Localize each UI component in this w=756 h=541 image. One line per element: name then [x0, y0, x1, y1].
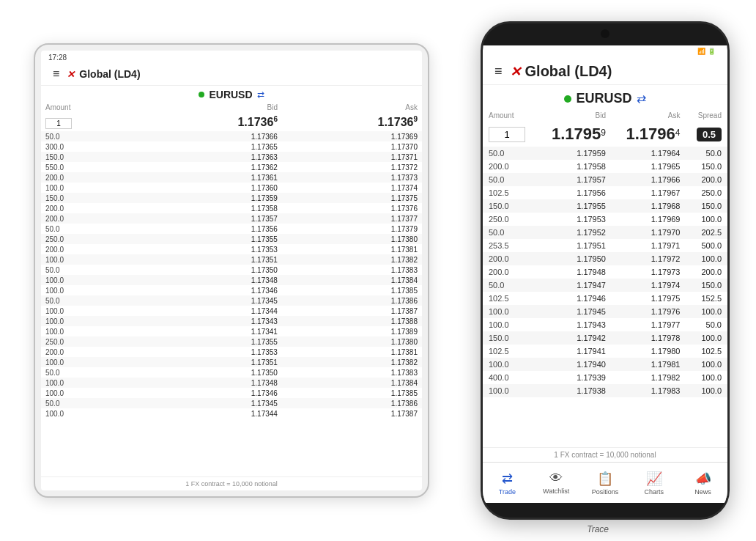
- phone-amount-input[interactable]: [489, 127, 525, 142]
- phone-nav-news[interactable]: 📣 News: [678, 463, 727, 503]
- tablet-cell-ask: 1.17384: [282, 378, 422, 388]
- phone-cell-amount: 50.0: [483, 173, 537, 186]
- phone-cell-ask: 1.17972: [612, 252, 686, 265]
- tablet-table-row: 50.0 1.17350 1.17383: [41, 367, 422, 378]
- phone-top-ask-sup: 4: [675, 128, 681, 138]
- tablet-cell-bid: 1.17344: [142, 306, 282, 316]
- tablet-cell-amount: 100.0: [41, 275, 142, 285]
- phone-instrument-row: EURUSD ⇄: [483, 85, 727, 109]
- tablet-cell-bid: 1.17362: [142, 162, 282, 172]
- phone-cell-amount: 150.0: [483, 331, 537, 345]
- tablet-table-header-row: Amount Bid Ask: [41, 102, 422, 113]
- trade-icon: ⇄: [502, 471, 513, 487]
- phone-cell-bid: 1.17946: [537, 292, 612, 305]
- phone-nav-bar: ⇄ Trade 👁 Watchlist 📋 Positions 📈 Charts…: [483, 462, 727, 503]
- tablet-table-row: 100.0 1.17346 1.17385: [41, 285, 422, 295]
- tablet-cell-amount: 550.0: [41, 162, 142, 172]
- tablet-top-ask-cell: 1.17369: [282, 113, 422, 131]
- tablet-table-row: 50.0 1.17350 1.17383: [41, 265, 422, 275]
- phone-cell-spread: 250.0: [686, 186, 727, 199]
- phone-cell-ask: 1.17978: [612, 331, 686, 345]
- tablet-cell-bid: 1.17351: [142, 357, 282, 367]
- tablet-cell-ask: 1.17385: [282, 388, 422, 398]
- phone-cell-bid: 1.17956: [537, 186, 612, 199]
- phone-cell-ask: 1.17976: [612, 305, 686, 318]
- phone-table-row: 100.0 1.17938 1.17983 100.0: [483, 384, 727, 397]
- tablet-cell-bid: 1.17355: [142, 336, 282, 347]
- phone-cell-bid: 1.17938: [537, 384, 612, 397]
- phone-cell-bid: 1.17948: [537, 265, 612, 279]
- phone-cell-amount: 250.0: [483, 213, 537, 226]
- phone-refresh-icon[interactable]: ⇄: [637, 92, 646, 106]
- tablet-amount-input[interactable]: [45, 118, 72, 129]
- phone-cell-amount: 200.0: [483, 160, 537, 173]
- phone-cell-amount: 150.0: [483, 199, 537, 213]
- tablet-status-bar: 17:28: [41, 51, 422, 65]
- phone-spread-badge: 0.5: [697, 128, 722, 141]
- tablet-data-table: Amount Bid Ask 1.17366: [41, 102, 422, 419]
- tablet-cell-bid: 1.17344: [142, 408, 282, 419]
- phone-cell-spread: 102.5: [686, 345, 727, 358]
- scene: 17:28 ≡ ✕ Global (LD4) EURUSD ⇄ Amount: [12, 14, 744, 527]
- tablet-table-row: 550.0 1.17362 1.17372: [41, 162, 422, 172]
- phone-table-row: 400.0 1.17939 1.17982 100.0: [483, 371, 727, 384]
- tablet-menu-icon[interactable]: ≡: [53, 67, 59, 81]
- tablet-table-row: 100.0 1.17360 1.17374: [41, 183, 422, 193]
- tablet-cell-bid: 1.17355: [142, 234, 282, 244]
- trace-label: Trace: [587, 524, 609, 534]
- tablet-table-row: 200.0 1.17358 1.17376: [41, 203, 422, 213]
- phone-cell-spread: 100.0: [686, 213, 727, 226]
- tablet-cell-ask: 1.17389: [282, 326, 422, 336]
- tablet-table-row: 250.0 1.17355 1.17380: [41, 234, 422, 244]
- tablet-cell-ask: 1.17379: [282, 224, 422, 234]
- phone-table-row: 50.0 1.17957 1.17966 200.0: [483, 173, 727, 186]
- tablet-cell-bid: 1.17350: [142, 265, 282, 275]
- tablet-refresh-icon[interactable]: ⇄: [257, 89, 264, 100]
- phone-cell-spread: 50.0: [686, 147, 727, 160]
- phone-cell-bid: 1.17940: [537, 358, 612, 371]
- phone-nav-watchlist[interactable]: 👁 Watchlist: [532, 463, 581, 503]
- tablet-cell-ask: 1.17372: [282, 162, 422, 172]
- phone-nav-charts[interactable]: 📈 Charts: [629, 463, 678, 503]
- tablet-cell-ask: 1.17373: [282, 172, 422, 183]
- phone-nav-positions[interactable]: 📋 Positions: [581, 463, 630, 503]
- phone-top-row: 1.17959 1.17964 0.5: [483, 122, 727, 147]
- phone-table-row: 50.0 1.17959 1.17964 50.0: [483, 147, 727, 160]
- phone-status-icons: 📶 🔋: [697, 48, 716, 55]
- tablet-table-row: 100.0 1.17346 1.17385: [41, 388, 422, 398]
- phone-cell-amount: 253.5: [483, 239, 537, 252]
- phone-cell-ask: 1.17977: [612, 318, 686, 331]
- tablet-cell-bid: 1.17357: [142, 213, 282, 224]
- tablet-cell-ask: 1.17376: [282, 203, 422, 213]
- tablet-cell-ask: 1.17387: [282, 306, 422, 316]
- phone-menu-icon[interactable]: ≡: [494, 64, 503, 79]
- phone-table-row: 150.0 1.17942 1.17978 100.0: [483, 331, 727, 345]
- phone-cell-ask: 1.17969: [612, 213, 686, 226]
- phone-cell-bid: 1.17950: [537, 252, 612, 265]
- phone-title-row: ✕ Global (LD4): [510, 63, 612, 80]
- tablet-table-row: 50.0 1.17345 1.17386: [41, 295, 422, 306]
- tablet-cell-amount: 50.0: [41, 224, 142, 234]
- tablet-cell-bid: 1.17348: [142, 378, 282, 388]
- tablet-title: Global (LD4): [79, 68, 140, 80]
- phone-cell-ask: 1.17983: [612, 384, 686, 397]
- x-logo-icon: ✕: [67, 69, 75, 80]
- tablet-table-row: 100.0 1.17344 1.17387: [41, 408, 422, 419]
- tablet-device: 17:28 ≡ ✕ Global (LD4) EURUSD ⇄ Amount: [34, 43, 429, 498]
- tablet-table-row: 300.0 1.17365 1.17370: [41, 141, 422, 152]
- phone-title: Global (LD4): [525, 63, 612, 80]
- tablet-cell-amount: 100.0: [41, 183, 142, 193]
- tablet-cell-amount: 200.0: [41, 172, 142, 183]
- tablet-top-ask-large: 1.1736: [378, 116, 414, 128]
- tablet-table-row: 100.0 1.17351 1.17382: [41, 357, 422, 367]
- phone-table-row: 253.5 1.17951 1.17971 500.0: [483, 239, 727, 252]
- tablet-cell-amount: 300.0: [41, 141, 142, 152]
- tablet-top-amount-cell: [41, 113, 142, 131]
- phone-table-row: 200.0 1.17958 1.17965 150.0: [483, 160, 727, 173]
- phone-nav-trade[interactable]: ⇄ Trade: [483, 463, 532, 503]
- phone-screen: ≡ ✕ Global (LD4) EURUSD ⇄ Amount Bid: [483, 57, 727, 503]
- tablet-footer: 1 FX contract = 10,000 notional: [41, 476, 422, 490]
- tablet-cell-amount: 100.0: [41, 306, 142, 316]
- phone-footer: 1 FX contract = 10,000 notional: [483, 447, 727, 462]
- phone-table-row: 102.5 1.17956 1.17967 250.0: [483, 186, 727, 199]
